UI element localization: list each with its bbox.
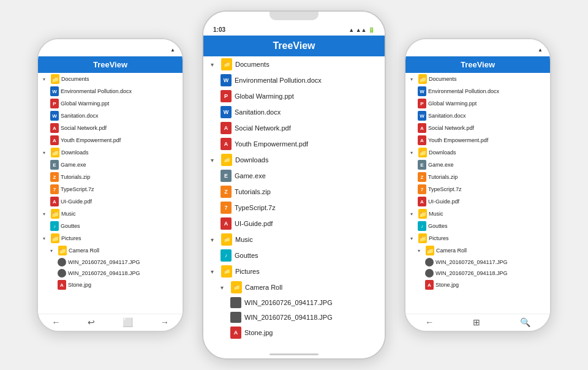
7z-icon: 7 bbox=[50, 184, 59, 194]
file-ep-left[interactable]: W Environmental Pollution.docx bbox=[38, 85, 183, 97]
file-stone-right[interactable]: A Stone.jpg bbox=[405, 279, 550, 291]
windows-icon[interactable]: ⊞ bbox=[473, 317, 480, 327]
file-ye-right[interactable]: A Youth Empowerment.pdf bbox=[405, 134, 550, 146]
file-game-center[interactable]: E Game.exe bbox=[203, 168, 385, 184]
file-name: Game.exe bbox=[428, 162, 545, 168]
folder-downloads-center[interactable]: ▾ 📁 Downloads bbox=[203, 152, 385, 168]
file-stone-left[interactable]: A Stone.jpg bbox=[38, 279, 183, 291]
file-game-right[interactable]: E Game.exe bbox=[405, 159, 550, 171]
file-game-left[interactable]: E Game.exe bbox=[38, 159, 183, 171]
folder-music-right[interactable]: ▾ 📁 Music bbox=[405, 208, 550, 220]
home-bar bbox=[270, 353, 318, 355]
phones-container: ▲ TreeView ▾ 📁 Documents W Environmental… bbox=[0, 0, 588, 370]
file-img1-left[interactable]: WIN_20160726_094117.JPG bbox=[38, 257, 183, 268]
file-tut-center[interactable]: Z Tutorials.zip bbox=[203, 184, 385, 200]
home-icon[interactable]: ⬜ bbox=[123, 317, 133, 327]
folder-icon: 📁 bbox=[221, 265, 232, 278]
file-gw-left[interactable]: P Global Warming.ppt bbox=[38, 97, 183, 110]
file-img2-right[interactable]: WIN_20160726_094118.JPG bbox=[405, 268, 550, 279]
file-img1-right[interactable]: WIN_20160726_094117.JPG bbox=[405, 257, 550, 268]
reply-icon[interactable]: ↩ bbox=[88, 317, 95, 327]
status-bar-left: ▲ bbox=[38, 46, 183, 53]
file-gw-right[interactable]: P Global Warming.ppt bbox=[405, 97, 550, 110]
folder-downloads-left[interactable]: ▾ 📁 Downloads bbox=[38, 146, 183, 159]
pdf-icon: A bbox=[418, 135, 426, 145]
folder-icon: 📁 bbox=[426, 246, 434, 255]
file-ts-center[interactable]: 7 TypeScript.7z bbox=[203, 200, 385, 216]
folder-downloads-right[interactable]: ▾ 📁 Downloads bbox=[405, 146, 550, 159]
app-content-left[interactable]: ▾ 📁 Documents W Environmental Pollution.… bbox=[38, 73, 183, 314]
file-ep-center[interactable]: W Environmental Pollution.docx bbox=[203, 72, 385, 88]
file-ui-left[interactable]: A UI-Guide.pdf bbox=[38, 195, 183, 208]
folder-pictures-center[interactable]: ▾ 📁 Pictures bbox=[203, 263, 385, 279]
zip-icon: Z bbox=[221, 186, 232, 198]
folder-label: Pictures bbox=[429, 235, 545, 241]
file-ui-center[interactable]: A UI-Guide.pdf bbox=[203, 216, 385, 232]
file-img1-center[interactable]: WIN_20160726_094117.JPG bbox=[203, 295, 385, 310]
file-san-right[interactable]: W Sanitation.docx bbox=[405, 110, 550, 122]
app-header-center: TreeView bbox=[203, 36, 385, 56]
file-tut-left[interactable]: Z Tutorials.zip bbox=[38, 171, 183, 183]
file-san-center[interactable]: W Sanitation.docx bbox=[203, 104, 385, 120]
pdf-icon: A bbox=[50, 135, 59, 145]
search-icon[interactable]: 🔍 bbox=[520, 317, 530, 327]
file-stone-center[interactable]: A Stone.jpg bbox=[203, 325, 385, 341]
file-img2-center[interactable]: WIN_20160726_094118.JPG bbox=[203, 310, 385, 325]
file-ts-left[interactable]: 7 TypeScript.7z bbox=[38, 183, 183, 195]
file-ye-left[interactable]: A Youth Empowerment.pdf bbox=[38, 134, 183, 146]
file-name: Sanitation.docx bbox=[61, 113, 178, 119]
chevron-down-icon: ▾ bbox=[410, 236, 417, 241]
file-ep-right[interactable]: W Environmental Pollution.docx bbox=[405, 85, 550, 97]
file-gouttes-left[interactable]: ♪ Gouttes bbox=[38, 220, 183, 232]
docx-icon: W bbox=[418, 86, 426, 96]
back-icon[interactable]: ← bbox=[51, 317, 60, 327]
file-tut-right[interactable]: Z Tutorials.zip bbox=[405, 171, 550, 183]
file-sn-left[interactable]: A Social Network.pdf bbox=[38, 122, 183, 134]
folder-pictures-left[interactable]: ▾ 📁 Pictures bbox=[38, 232, 183, 244]
folder-icon: 📁 bbox=[221, 58, 232, 70]
file-gw-center[interactable]: P Global Warming.ppt bbox=[203, 88, 385, 104]
file-ts-right[interactable]: 7 TypeScript.7z bbox=[405, 183, 550, 195]
file-sn-right[interactable]: A Social Network.pdf bbox=[405, 122, 550, 134]
file-name: UI-Guide.pdf bbox=[235, 220, 377, 227]
img-icon bbox=[58, 269, 66, 278]
chevron-down-icon: ▾ bbox=[43, 211, 49, 217]
file-name: Game.exe bbox=[235, 172, 377, 179]
chevron-down-icon: ▾ bbox=[43, 236, 49, 241]
phone-right-top: ▲ bbox=[405, 39, 550, 56]
file-gouttes-right[interactable]: ♪ Gouttes bbox=[405, 220, 550, 232]
file-name: WIN_20160726_094117.JPG bbox=[244, 299, 377, 306]
ppt-icon: P bbox=[418, 99, 426, 108]
file-name: UI-Guide.pdf bbox=[61, 198, 178, 205]
folder-cameraroll-center[interactable]: ▾ 📁 Camera Roll bbox=[203, 279, 385, 295]
pdf-icon: A bbox=[418, 197, 426, 206]
file-ye-center[interactable]: A Youth Empowerment.pdf bbox=[203, 136, 385, 152]
folder-icon: 📁 bbox=[418, 209, 427, 219]
file-san-left[interactable]: W Sanitation.docx bbox=[38, 110, 183, 122]
file-ui-right[interactable]: A UI-Guide.pdf bbox=[405, 195, 550, 208]
folder-documents-center[interactable]: ▾ 📁 Documents bbox=[203, 56, 385, 72]
file-gouttes-center[interactable]: ♪ Gouttes bbox=[203, 247, 385, 263]
file-name: Stone.jpg bbox=[68, 282, 178, 288]
folder-music-left[interactable]: ▾ 📁 Music bbox=[38, 208, 183, 220]
app-content-right[interactable]: ▾ 📁 Documents W Environmental Pollution.… bbox=[405, 73, 550, 314]
folder-cameraroll-left[interactable]: ▾ 📁 Camera Roll bbox=[38, 244, 183, 257]
app-content-center[interactable]: ▾ 📁 Documents W Environmental Pollution.… bbox=[203, 56, 385, 352]
folder-label: Downloads bbox=[235, 156, 377, 164]
back-icon[interactable]: ← bbox=[425, 317, 434, 327]
forward-icon[interactable]: → bbox=[160, 317, 169, 327]
file-img2-left[interactable]: WIN_20160726_094118.JPG bbox=[38, 268, 183, 279]
file-sn-center[interactable]: A Social Network.pdf bbox=[203, 120, 385, 136]
folder-cameraroll-right[interactable]: ▾ 📁 Camera Roll bbox=[405, 244, 550, 257]
exe-icon: E bbox=[418, 160, 426, 170]
folder-icon: 📁 bbox=[51, 74, 59, 84]
folder-pictures-right[interactable]: ▾ 📁 Pictures bbox=[405, 232, 550, 244]
img-icon bbox=[425, 258, 434, 266]
folder-music-center[interactable]: ▾ 📁 Music bbox=[203, 232, 385, 247]
ppt-icon: P bbox=[50, 99, 59, 108]
folder-icon: 📁 bbox=[221, 233, 232, 246]
folder-documents-left[interactable]: ▾ 📁 Documents bbox=[38, 73, 183, 85]
file-name: Social Network.pdf bbox=[235, 124, 377, 132]
zip-icon: Z bbox=[418, 172, 426, 182]
folder-documents-right[interactable]: ▾ 📁 Documents bbox=[405, 73, 550, 85]
